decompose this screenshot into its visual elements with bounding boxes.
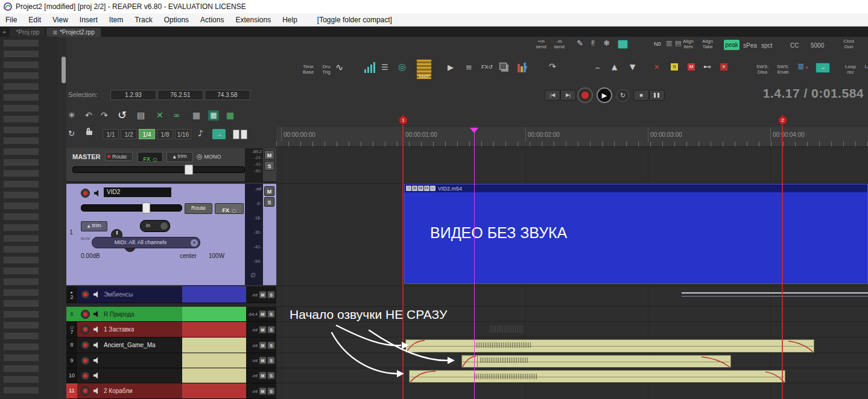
track-number-cell[interactable]: ○7: [66, 322, 77, 337]
selection-start-field[interactable]: 1.2.93: [110, 90, 156, 100]
pan-readout[interactable]: center: [180, 253, 197, 259]
ruler-tick-strip[interactable]: [276, 142, 868, 147]
solo-button[interactable]: S: [267, 372, 275, 380]
nudge-up-icon[interactable]: ▲: [612, 63, 617, 71]
master-mute-button[interactable]: M: [264, 150, 274, 160]
waveform-icon[interactable]: ∿: [335, 61, 343, 73]
track-color-panel[interactable]: [77, 368, 246, 383]
loop-points-icon[interactable]: ↻: [68, 129, 75, 138]
record-arm-button[interactable]: [81, 371, 90, 380]
remove-point-icon[interactable]: ✕: [654, 63, 659, 71]
lane-button[interactable]: [233, 130, 239, 139]
fade-out-curve[interactable]: [788, 340, 814, 353]
audio-item-track9[interactable]: [461, 355, 731, 368]
grid-1-2-button[interactable]: 1/2: [121, 129, 137, 139]
project-tab-inactive[interactable]: *Proj.rpp: [10, 28, 45, 37]
remove-midi-send-button[interactable]: -m send: [551, 39, 567, 49]
menu-list-icon[interactable]: ≡: [466, 63, 472, 72]
plug-icon[interactable]: ⊷: [703, 62, 711, 71]
velocity-5000-button[interactable]: 5000: [811, 42, 824, 49]
vertical-scrollbar[interactable]: [62, 57, 66, 83]
phase-null-icon[interactable]: ∅: [245, 272, 261, 278]
hand-icon[interactable]: ✌: [590, 39, 597, 48]
nudge-down-icon[interactable]: ▼: [630, 63, 635, 71]
track-row-8[interactable]: 8 Ancient_Game_Ma -inf M S: [66, 338, 276, 353]
solo-button[interactable]: S: [267, 341, 275, 349]
fade-in-curve[interactable]: [410, 371, 436, 383]
menu-extensions[interactable]: Extensions: [235, 16, 271, 24]
eq-bars-icon[interactable]: [364, 62, 375, 73]
menu-item[interactable]: Item: [109, 16, 123, 24]
menu-actions[interactable]: Actions: [200, 16, 224, 24]
menu-options[interactable]: Options: [164, 16, 189, 24]
move-cursor-icon[interactable]: →: [212, 129, 226, 139]
menu-edit[interactable]: Edit: [28, 16, 41, 24]
new-tab-button[interactable]: +: [2, 28, 6, 36]
mixer-strips[interactable]: [4, 40, 39, 395]
empty-item-line[interactable]: [682, 292, 868, 294]
document-icon[interactable]: ≣: [797, 61, 805, 71]
speaker-icon[interactable]: [93, 342, 100, 348]
track-number-cell[interactable]: ▸2: [66, 286, 77, 303]
mute-button[interactable]: M: [259, 341, 267, 349]
solo-button[interactable]: S: [267, 325, 275, 333]
align-takes-button[interactable]: Align Take: [699, 39, 717, 49]
track-number-cell[interactable]: 6: [66, 307, 77, 321]
track-row-2[interactable]: ▸2 Эмбиенсы -inf M S: [66, 286, 276, 303]
fx-button[interactable]: FX ○: [215, 203, 244, 214]
play-button[interactable]: ▶: [597, 87, 612, 103]
ring-icon[interactable]: ◎: [398, 61, 406, 72]
time-base-button[interactable]: Time Base: [299, 64, 317, 75]
sws-enable-button[interactable]: SWS: Enab: [773, 64, 793, 75]
cc-button[interactable]: CC: [790, 42, 799, 49]
input-knob[interactable]: [160, 222, 168, 230]
track-color-panel[interactable]: [77, 353, 246, 368]
master-volume-handle[interactable]: [185, 165, 193, 175]
selection-length-field[interactable]: 74.3.58: [204, 90, 250, 100]
record-arm-button[interactable]: [81, 189, 90, 198]
grid-1-16-button[interactable]: 1/16: [175, 129, 191, 139]
track-name[interactable]: Эмбиенсы: [104, 291, 133, 298]
undo-history-icon[interactable]: ↺: [118, 108, 127, 121]
mute-button[interactable]: M: [259, 325, 267, 333]
teal-action-button[interactable]: →: [816, 63, 830, 73]
track-number-cell[interactable]: 9: [66, 353, 77, 368]
media-explorer-icon[interactable]: ♪: [518, 61, 528, 72]
grid-icon[interactable]: ▦: [192, 110, 200, 120]
menu-insert[interactable]: Insert: [80, 16, 98, 24]
remove-fx-icon[interactable]: ✕: [720, 63, 727, 71]
snap-grid-icon[interactable]: ▦: [208, 110, 219, 121]
speaker-icon[interactable]: [93, 372, 100, 379]
transport-time-display[interactable]: 1.4.17 / 0:01.584: [688, 86, 864, 101]
solo-button[interactable]: S: [267, 357, 275, 365]
speaker-icon[interactable]: [93, 311, 100, 318]
item-power-icon[interactable]: ○: [406, 186, 411, 191]
record-button[interactable]: [577, 87, 593, 103]
align-items-button[interactable]: Align Item: [679, 39, 697, 49]
solo-button[interactable]: S: [264, 197, 274, 207]
track-name[interactable]: R Природа: [104, 311, 135, 318]
crossfade-icon[interactable]: ✕: [156, 110, 163, 120]
track-name-field[interactable]: VID2: [104, 187, 171, 197]
speaker-icon[interactable]: [94, 190, 101, 196]
item-mute-icon[interactable]: M: [418, 186, 423, 191]
menu-file[interactable]: File: [5, 16, 17, 24]
track-row-10[interactable]: 10 -inf M S: [66, 368, 276, 383]
track-number-cell[interactable]: 11: [66, 383, 77, 398]
project-tab-active[interactable]: ⊠*Project2.rpp: [46, 28, 100, 37]
curve-icon[interactable]: ⌢: [595, 63, 600, 73]
input-fx-label[interactable]: IN FX: [81, 237, 90, 241]
grid-1-1-button[interactable]: 1/1: [103, 129, 119, 139]
track-number-cell[interactable]: 8: [66, 338, 77, 353]
track-row-11[interactable]: 11 2 Корабли -inf M S: [66, 383, 276, 399]
tab-close-icon[interactable]: ⊠: [52, 30, 57, 36]
track-row-6[interactable]: 6 R Природа -64.4 M S: [66, 307, 276, 322]
master-track-panel[interactable]: MASTER Route FX ○ ▲ trim ◎ MONO -89.2 -2…: [66, 148, 276, 183]
undo-icon[interactable]: ↶: [85, 110, 92, 120]
record-arm-button[interactable]: [81, 325, 90, 334]
menu-view[interactable]: View: [52, 16, 68, 24]
marker-flag-2[interactable]: 2: [778, 116, 787, 125]
item-lock-icon[interactable]: ◘: [412, 186, 417, 191]
speaker-icon[interactable]: [93, 291, 100, 298]
lock-icon[interactable]: [86, 131, 92, 135]
